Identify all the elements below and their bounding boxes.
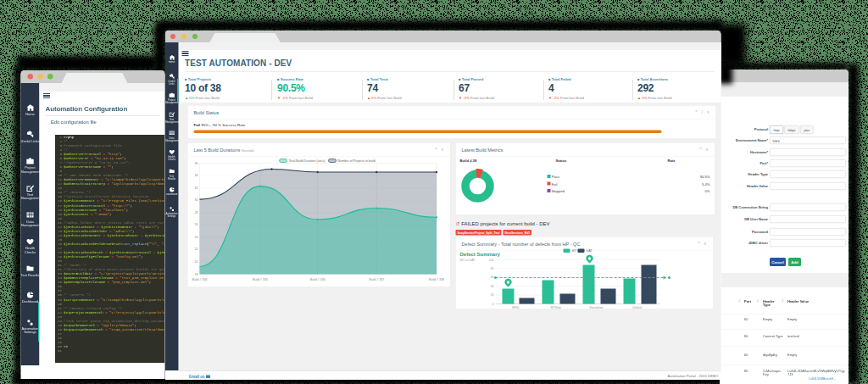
svg-text:60: 60: [491, 275, 494, 279]
svg-text:40: 40: [491, 285, 494, 288]
svg-text:28: 28: [195, 211, 198, 214]
svg-text:SIT: SIT: [572, 249, 578, 253]
svg-text:0: 0: [492, 303, 494, 306]
svg-text:Number of Projects in build: Number of Projects in build: [338, 159, 376, 163]
svg-text:UAT: UAT: [587, 249, 593, 253]
svg-text:24: 24: [195, 236, 198, 239]
svg-text:36: 36: [195, 162, 198, 165]
svg-text:Build # 337: Build # 337: [369, 278, 384, 281]
svg-text:80: 80: [491, 267, 494, 270]
svg-text:30: 30: [195, 198, 198, 202]
svg-text:18: 18: [195, 273, 198, 276]
svg-text:Build # 338: Build # 338: [429, 278, 444, 281]
svg-text:26: 26: [195, 223, 198, 226]
svg-text:BFS1: BFS1: [512, 306, 520, 309]
svg-text:Simulation: Simulation: [590, 306, 604, 309]
svg-text:100: 100: [489, 259, 494, 262]
svg-text:22: 22: [195, 248, 198, 251]
svg-text:20: 20: [195, 260, 198, 264]
svg-text:Build # 336: Build # 336: [310, 278, 326, 281]
svg-text:SITStub: SITStub: [550, 306, 560, 309]
svg-text:32: 32: [195, 186, 198, 190]
svg-text:Unified: Unified: [632, 306, 642, 309]
svg-text:Total Build Duration (secs): Total Build Duration (secs): [289, 159, 326, 163]
svg-text:34: 34: [195, 174, 198, 177]
svg-text:20: 20: [491, 293, 494, 297]
svg-text:Build # 334: Build # 334: [192, 278, 208, 281]
svg-text:Build # 335: Build # 335: [253, 278, 268, 281]
